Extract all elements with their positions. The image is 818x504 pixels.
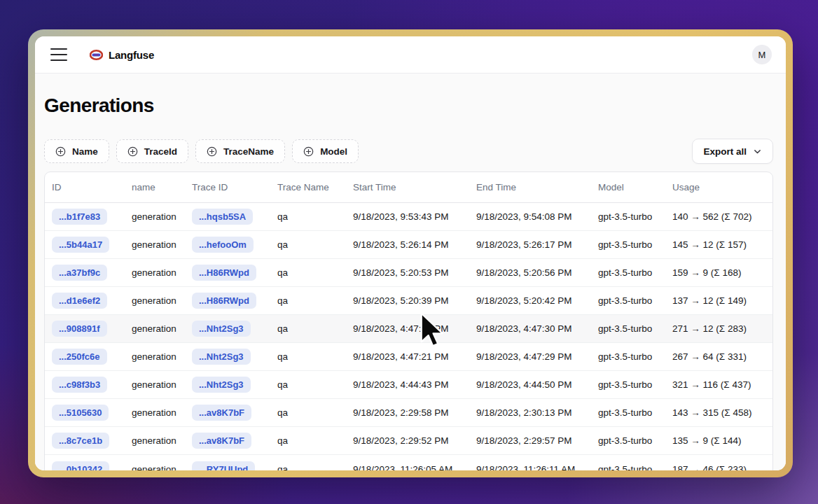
export-all-button[interactable]: Export all — [692, 139, 773, 164]
trace-id-badge[interactable]: ...hqsb5SA — [192, 209, 253, 225]
id-badge[interactable]: ...a37bf9c — [52, 265, 107, 281]
table-row[interactable]: ...a37bf9cgeneration...H86RWpdqa9/18/202… — [45, 259, 772, 287]
cell-start_time: 9/18/2023, 2:29:58 PM — [346, 407, 469, 418]
cell-end_time: 9/18/2023, 5:20:42 PM — [469, 295, 591, 306]
cell-name: generation — [125, 379, 185, 390]
trace-id-badge[interactable]: ...H86RWpd — [192, 293, 256, 309]
cell-trace_id: ...Nht2Sg3 — [185, 321, 270, 337]
cell-start_time: 9/18/2023, 9:53:43 PM — [346, 211, 469, 222]
column-header: Start Time — [346, 182, 469, 192]
cell-trace_name: qa — [270, 464, 346, 471]
id-badge[interactable]: ...0b10342 — [52, 461, 109, 471]
plus-circle-icon — [303, 146, 314, 157]
id-badge[interactable]: ...d1e6ef2 — [52, 293, 107, 309]
cell-trace_name: qa — [270, 295, 346, 306]
cell-end_time: 9/18/2023, 4:47:29 PM — [469, 351, 591, 362]
cell-trace_id: ...Nht2Sg3 — [185, 349, 270, 365]
filter-chip[interactable]: TraceName — [195, 139, 285, 163]
cell-end_time: 9/18/2023, 11:26:11 AM — [469, 464, 591, 471]
cell-model: gpt-3.5-turbo — [591, 464, 665, 471]
trace-id-badge[interactable]: ...H86RWpd — [192, 265, 256, 281]
table-row[interactable]: ...250fc6egeneration...Nht2Sg3qa9/18/202… — [45, 343, 772, 371]
cell-id: ...b1f7e83 — [45, 209, 125, 225]
table-row[interactable]: ...5105630generation...av8K7bFqa9/18/202… — [45, 399, 772, 427]
table-row[interactable]: ...5b44a17generation...hefooOmqa9/18/202… — [45, 231, 772, 259]
trace-id-badge[interactable]: ...Nht2Sg3 — [192, 349, 251, 365]
cell-id: ...5105630 — [45, 405, 125, 421]
cell-usage: 140 → 562 (Σ 702) — [665, 211, 772, 222]
cell-model: gpt-3.5-turbo — [591, 435, 665, 446]
trace-id-badge[interactable]: ...av8K7bF — [192, 433, 251, 449]
cell-usage: 271 → 12 (Σ 283) — [665, 323, 772, 334]
trace-id-badge[interactable]: ...hefooOm — [192, 237, 254, 253]
filter-chip-label: TraceId — [144, 146, 177, 157]
cell-id: ...a37bf9c — [45, 265, 125, 281]
toolbar: Name TraceId TraceName Model Export all — [44, 139, 773, 164]
cell-trace_id: ...av8K7bF — [185, 405, 270, 421]
table-row[interactable]: ...8c7ce1bgeneration...av8K7bFqa9/18/202… — [45, 427, 772, 455]
trace-id-badge[interactable]: ...Nht2Sg3 — [192, 377, 251, 393]
cell-name: generation — [125, 323, 185, 334]
cell-trace_name: qa — [270, 435, 346, 446]
cell-model: gpt-3.5-turbo — [591, 351, 665, 362]
cell-name: generation — [125, 211, 185, 222]
page-content: Generations Name TraceId TraceName Model — [35, 74, 786, 470]
cell-trace_name: qa — [270, 267, 346, 278]
cell-model: gpt-3.5-turbo — [591, 267, 665, 278]
cell-name: generation — [125, 267, 185, 278]
cell-name: generation — [125, 351, 185, 362]
cell-usage: 159 → 9 (Σ 168) — [665, 267, 772, 278]
id-badge[interactable]: ...250fc6e — [52, 349, 107, 365]
id-badge[interactable]: ...5105630 — [52, 405, 109, 421]
table-row[interactable]: ...d1e6ef2generation...H86RWpdqa9/18/202… — [45, 287, 772, 315]
cell-start_time: 9/18/2023, 4:44:43 PM — [346, 379, 469, 390]
cell-id: ...5b44a17 — [45, 237, 125, 253]
id-badge[interactable]: ...5b44a17 — [52, 237, 109, 253]
cell-start_time: 9/18/2023, 4:47:21 PM — [346, 351, 469, 362]
table-row[interactable]: ...0b10342generation...RY7UUpdqa9/18/202… — [45, 455, 772, 470]
column-header: Trace ID — [185, 182, 270, 192]
filter-chip[interactable]: Model — [292, 139, 359, 163]
cell-model: gpt-3.5-turbo — [591, 323, 665, 334]
cell-name: generation — [125, 464, 185, 471]
user-avatar[interactable]: M — [752, 45, 772, 64]
cell-trace_name: qa — [270, 407, 346, 418]
id-badge[interactable]: ...b1f7e83 — [52, 209, 107, 225]
cell-trace_name: qa — [270, 239, 346, 250]
cell-trace_name: qa — [270, 323, 346, 334]
app-window-frame: Langfuse M Generations Name TraceId Trac… — [28, 29, 793, 477]
column-header: name — [125, 182, 185, 192]
id-badge[interactable]: ...c98f3b3 — [52, 377, 107, 393]
menu-icon[interactable] — [50, 48, 67, 61]
cell-start_time: 9/18/2023, 2:29:52 PM — [346, 435, 469, 446]
column-header: ID — [45, 182, 125, 192]
cell-start_time: 9/18/2023, 5:20:53 PM — [346, 267, 469, 278]
trace-id-badge[interactable]: ...Nht2Sg3 — [192, 321, 251, 337]
cell-trace_id: ...Nht2Sg3 — [185, 377, 270, 393]
trace-id-badge[interactable]: ...av8K7bF — [192, 405, 251, 421]
table-row[interactable]: ...b1f7e83generation...hqsb5SAqa9/18/202… — [45, 203, 772, 231]
filter-chip-row: Name TraceId TraceName Model — [44, 139, 359, 163]
cell-start_time: 9/18/2023, 4:47:22 PM — [346, 323, 469, 334]
cell-id: ...8c7ce1b — [45, 433, 125, 449]
cell-trace_name: qa — [270, 379, 346, 390]
cell-model: gpt-3.5-turbo — [591, 211, 665, 222]
cell-usage: 267 → 64 (Σ 331) — [665, 351, 772, 362]
id-badge[interactable]: ...8c7ce1b — [52, 433, 109, 449]
plus-circle-icon — [127, 146, 138, 157]
cell-end_time: 9/18/2023, 9:54:08 PM — [469, 211, 591, 222]
filter-chip[interactable]: Name — [44, 139, 109, 163]
cell-trace_id: ...av8K7bF — [185, 433, 270, 449]
id-badge[interactable]: ...908891f — [52, 321, 107, 337]
table-row[interactable]: ...908891fgeneration...Nht2Sg3qa9/18/202… — [45, 315, 772, 343]
langfuse-logo-icon — [90, 50, 103, 60]
cell-name: generation — [125, 239, 185, 250]
trace-id-badge[interactable]: ...RY7UUpd — [192, 461, 255, 471]
cell-end_time: 9/18/2023, 2:29:57 PM — [469, 435, 591, 446]
cell-name: generation — [125, 295, 185, 306]
cell-model: gpt-3.5-turbo — [591, 239, 665, 250]
brand-name: Langfuse — [109, 49, 154, 61]
cell-id: ...0b10342 — [45, 461, 125, 471]
filter-chip[interactable]: TraceId — [116, 139, 188, 163]
table-row[interactable]: ...c98f3b3generation...Nht2Sg3qa9/18/202… — [45, 371, 772, 399]
